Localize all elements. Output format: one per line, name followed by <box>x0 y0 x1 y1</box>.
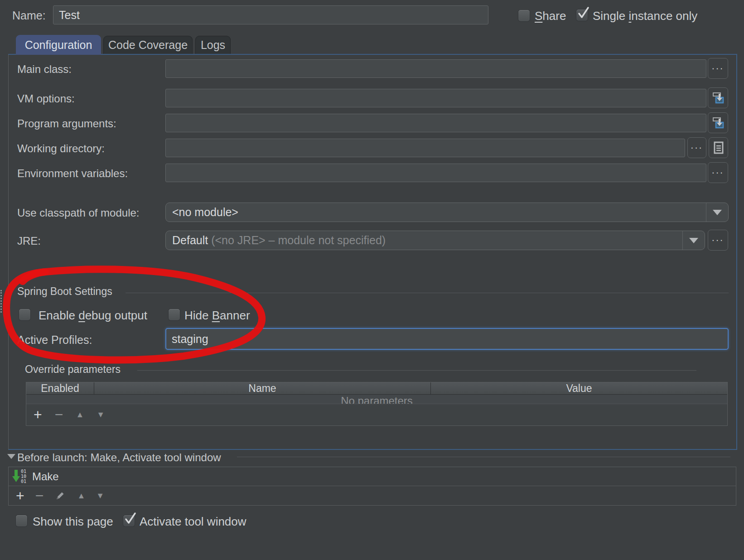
classpath-value: <no module> <box>166 206 238 219</box>
move-down-icon[interactable]: ▼ <box>96 491 104 501</box>
working-directory-macro-button[interactable] <box>709 137 728 158</box>
main-class-field[interactable] <box>165 59 706 78</box>
ellipsis-icon: ... <box>712 168 724 177</box>
share-label: Share <box>535 9 566 23</box>
environment-variables-browse-button[interactable]: ... <box>708 162 728 183</box>
tab-code-coverage[interactable]: Code Coverage <box>103 36 193 54</box>
working-directory-label: Working directory: <box>17 142 105 155</box>
override-parameters-title: Override parameters <box>25 363 121 376</box>
activate-tool-window-label: Activate tool window <box>140 515 246 529</box>
table-toolbar: + − ▲ ▼ <box>26 404 727 425</box>
jre-label: JRE: <box>17 235 41 247</box>
move-up-icon[interactable]: ▲ <box>77 491 85 501</box>
add-icon[interactable]: + <box>34 410 42 419</box>
column-header-enabled[interactable]: Enabled <box>26 382 94 394</box>
expand-editor-icon <box>712 116 725 129</box>
activate-tool-window-checkbox[interactable] <box>123 515 135 526</box>
single-instance-checkbox[interactable] <box>576 10 588 21</box>
environment-variables-field[interactable] <box>165 164 706 182</box>
ellipsis-icon: ... <box>712 236 724 245</box>
vm-options-expand-button[interactable] <box>708 87 728 108</box>
make-compile-icon: 01 10 01 <box>12 469 28 484</box>
show-this-page-checkbox[interactable] <box>16 515 27 526</box>
active-profiles-field[interactable] <box>165 328 729 350</box>
before-launch-toolbar: + − ▲ ▼ <box>9 486 736 505</box>
tab-configuration[interactable]: Configuration <box>16 35 101 55</box>
remove-icon[interactable]: − <box>55 410 63 419</box>
enable-debug-output-checkbox[interactable] <box>19 309 30 320</box>
svg-text:01: 01 <box>21 469 26 474</box>
expand-editor-icon <box>712 92 725 104</box>
add-icon[interactable]: + <box>16 491 24 500</box>
section-divider <box>126 293 729 293</box>
section-divider <box>137 370 696 371</box>
jre-dropdown-arrow[interactable] <box>682 231 705 250</box>
collapse-arrow-icon[interactable] <box>7 454 15 459</box>
svg-text:10: 10 <box>21 474 26 479</box>
tab-logs[interactable]: Logs <box>195 36 231 54</box>
program-arguments-expand-button[interactable] <box>708 112 728 133</box>
move-up-icon[interactable]: ▲ <box>76 410 84 420</box>
svg-text:01: 01 <box>21 479 26 484</box>
program-arguments-field[interactable] <box>165 114 706 132</box>
main-class-label: Main class: <box>17 63 72 76</box>
classpath-label: Use classpath of module: <box>17 207 139 219</box>
share-checkbox[interactable] <box>518 10 530 21</box>
remove-icon[interactable]: − <box>35 491 44 500</box>
splitter-handle[interactable] <box>0 290 2 313</box>
single-instance-label: Single instance only <box>593 9 697 23</box>
jre-browse-button[interactable]: ... <box>708 230 728 251</box>
jre-combobox[interactable]: Default (<no JRE> – module not specified… <box>165 231 705 250</box>
working-directory-browse-button[interactable]: ... <box>687 137 706 158</box>
check-icon <box>124 512 137 526</box>
column-header-value[interactable]: Value <box>431 382 727 394</box>
override-parameters-table: Enabled Name Value No parameters + − ▲ ▼ <box>26 382 728 426</box>
ellipsis-icon: ... <box>712 64 724 73</box>
program-arguments-label: Program arguments: <box>17 117 116 130</box>
enable-debug-output-label: Enable debug output <box>39 309 147 323</box>
document-icon <box>713 141 724 154</box>
hide-banner-label: Hide Banner <box>184 309 250 323</box>
chevron-down-icon <box>689 238 698 243</box>
active-profiles-input[interactable] <box>166 329 728 349</box>
hide-banner-checkbox[interactable] <box>169 309 180 320</box>
name-input[interactable] <box>53 6 488 24</box>
move-down-icon[interactable]: ▼ <box>97 410 105 420</box>
check-icon <box>577 6 590 20</box>
chevron-down-icon <box>713 210 722 215</box>
working-directory-field[interactable] <box>165 139 685 157</box>
main-class-browse-button[interactable]: ... <box>708 58 728 79</box>
show-this-page-label: Show this page <box>33 515 113 529</box>
jre-value: Default (<no JRE> – module not specified… <box>166 234 386 247</box>
working-directory-input[interactable] <box>166 139 685 157</box>
vm-options-input[interactable] <box>166 89 706 107</box>
table-header-row: Enabled Name Value <box>26 382 727 395</box>
name-label: Name: <box>12 9 46 22</box>
name-field[interactable] <box>53 5 488 24</box>
spring-boot-settings-title: Spring Boot Settings <box>17 285 112 298</box>
vm-options-label: VM options: <box>17 92 75 105</box>
classpath-combobox[interactable]: <no module> <box>165 203 729 222</box>
ellipsis-icon: ... <box>691 143 703 152</box>
make-item-label: Make <box>32 470 59 483</box>
environment-variables-label: Environment variables: <box>17 167 128 180</box>
before-launch-item-make[interactable]: 01 10 01 Make <box>9 467 736 486</box>
before-launch-panel: 01 10 01 Make + − ▲ ▼ <box>8 467 736 506</box>
environment-variables-input[interactable] <box>166 164 706 182</box>
before-launch-title: Before launch: Make, Activate tool windo… <box>17 451 221 464</box>
program-arguments-input[interactable] <box>166 114 706 132</box>
classpath-dropdown-arrow[interactable] <box>706 203 728 222</box>
empty-table-message: No parameters <box>26 395 727 404</box>
run-configuration-dialog: Name: Share Single instance only Configu… <box>0 0 744 560</box>
section-divider <box>237 457 730 457</box>
vm-options-field[interactable] <box>165 89 706 107</box>
main-class-input[interactable] <box>166 60 706 77</box>
column-header-name[interactable]: Name <box>94 382 431 394</box>
edit-pencil-icon[interactable] <box>54 490 66 502</box>
active-profiles-label: Active Profiles: <box>17 333 92 347</box>
